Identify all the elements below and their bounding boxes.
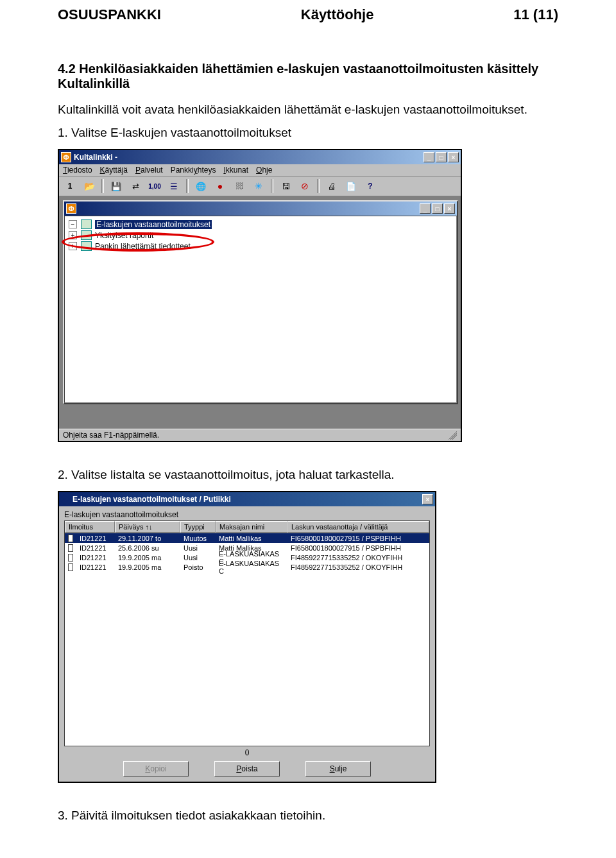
cell-payer: Matti Mallikas [216,535,287,542]
step-3: 3. Päivitä ilmoituksen tiedot asiakakkaa… [58,809,558,823]
col-tyyppi[interactable]: Tyyppi [180,521,216,533]
col-ilmoitus[interactable]: Ilmoitus [65,521,115,533]
close-button[interactable]: × [448,152,459,162]
expand-icon[interactable]: − [69,220,77,228]
cell-recipient: FI6580001800027915 / PSPBFIHH [287,544,429,552]
expand-icon[interactable]: + [69,231,77,239]
app-title: Kultalinkki - [74,153,424,162]
cell-type: Muutos [180,535,216,542]
cell-recipient: FI4859227715335252 / OKOYFIHH [287,554,429,562]
tree-item-elaskujen[interactable]: − E-laskujen vastaanottoilmoitukset [66,219,455,230]
org-name: OSUUSPANKKI [58,6,161,23]
titlebar: Φ Kultalinkki - _ □ × [59,150,461,164]
folder-icon [81,230,92,240]
col-vastaanottaja[interactable]: Laskun vastaanottaja / välittäjä [287,521,429,533]
folder-icon [81,219,92,229]
section-heading: 4.2 Henkilöasiakkaiden lähettämien e-las… [58,62,558,91]
maximize-button[interactable]: □ [436,152,447,162]
open-icon[interactable] [81,178,98,194]
print-icon[interactable] [323,178,340,194]
row-checkbox[interactable] [65,563,76,571]
transfer-icon[interactable] [127,178,144,194]
delete-button[interactable]: Poista [214,761,280,776]
col-maksaja[interactable]: Maksajan nimi [216,521,287,533]
menu-ohje[interactable]: Ohje [256,166,272,175]
cell-date: 19.9.2005 ma [115,563,180,571]
minimize-button[interactable]: _ [420,203,431,214]
dialog-icon [61,495,70,503]
menu-kayttaja[interactable]: Käyttäjä [100,166,128,175]
separator [271,179,273,193]
misc-icon[interactable] [231,178,248,194]
minimize-button[interactable]: _ [424,152,434,162]
step-1: 1. Valitse E-laskujen vastaanottoilmoitu… [58,126,558,140]
rate-icon[interactable] [146,178,163,194]
resize-grip-icon[interactable] [448,431,457,440]
col-paivays[interactable]: Päiväys ↑↓ [115,521,180,533]
disk-icon[interactable] [108,178,124,194]
tree-label: Pankin lähettämät tiedotteet [95,242,191,251]
folder-icon [81,241,92,251]
globe-icon[interactable] [193,178,209,194]
cell-date: 29.11.2007 to [115,535,180,542]
list-view: Ilmoitus Päiväys ↑↓ Tyyppi Maksajan nimi… [64,520,430,746]
cell-id: ID21221 [76,544,115,552]
status-bar: Ohjeita saa F1-näppäimellä. [59,429,461,441]
close-button[interactable]: × [422,494,433,504]
dialog-buttons: Kopioi Poista Sulje [59,759,435,782]
menu-pankkiyhteys[interactable]: Pankkiyhteys [171,166,216,175]
tree-label: E-laskujen vastaanottoilmoitukset [95,220,212,229]
cell-id: ID21221 [76,554,115,562]
separator [186,179,189,193]
vastaanottoilmoitukset-dialog: E-laskujen vastaanottoilmoitukset / Puti… [58,491,436,783]
page-number: 11 (11) [513,6,558,23]
menu-bar: Tiedosto Käyttäjä Palvelut Pankkiyhteys … [59,164,461,176]
toolbar: 1 [59,176,461,196]
tree-item-yksityiset[interactable]: + Yksityiset raportit [66,230,455,241]
menu-ikkunat[interactable]: Ikkunat [223,166,248,175]
copy-button[interactable]: Kopioi [123,761,189,776]
kultalinkki-main-window: Φ Kultalinkki - _ □ × Tiedosto Käyttäjä … [58,149,462,442]
cell-id: ID21221 [76,563,115,571]
menu-palvelut[interactable]: Palvelut [135,166,163,175]
separator [317,179,320,193]
cell-id: ID21221 [76,535,115,542]
cell-date: 25.6.2006 su [115,544,180,552]
snowflake-icon[interactable] [250,178,267,194]
toolbar-item-1[interactable]: 1 [62,178,78,194]
record-icon[interactable] [212,178,228,194]
cell-type: Poisto [180,563,216,571]
tree-label: Yksityiset raportit [95,231,153,240]
dialog-titlebar: E-laskujen vastaanottoilmoitukset / Puti… [59,492,435,506]
table-row[interactable]: ID2122129.11.2007 toMuutosMatti Mallikas… [65,533,429,543]
cell-recipient: FI6580001800027915 / PSPBFIHH [287,535,429,542]
expand-icon[interactable]: + [69,242,77,250]
stop-icon[interactable] [296,178,313,194]
step-2: 2. Valitse listalta se vastaanottoilmoit… [58,468,558,482]
app-icon: Φ [61,152,71,162]
row-checkbox[interactable] [65,554,76,562]
close-button[interactable]: × [444,203,455,214]
doc-header: OSUUSPANKKI Käyttöohje 11 (11) [58,6,558,23]
row-checkbox[interactable] [65,544,76,552]
count-value: 0 [59,746,435,759]
maximize-button[interactable]: □ [432,203,443,214]
separator [101,179,104,193]
row-checkbox[interactable] [65,535,76,542]
cell-type: Uusi [180,554,216,562]
tree-pane: − E-laskujen vastaanottoilmoitukset + Yk… [64,216,457,403]
cell-recipient: FI4859227715335252 / OKOYFIHH [287,563,429,571]
table-row[interactable]: ID2122119.9.2005 maPoistoE-LASKUASIAKAS … [65,562,429,572]
document-icon[interactable] [343,178,359,194]
tree-item-pankin[interactable]: + Pankin lähettämät tiedotteet [66,241,455,252]
close-button[interactable]: Sulje [305,761,371,776]
status-text: Ohjeita saa F1-näppäimellä. [63,431,159,440]
help-icon[interactable] [362,178,379,194]
cell-type: Uusi [180,544,216,552]
list-icon[interactable] [166,178,182,194]
menu-tiedosto[interactable]: Tiedosto [63,166,92,175]
app-icon: Φ [66,203,76,214]
column-headers: Ilmoitus Päiväys ↑↓ Tyyppi Maksajan nimi… [65,521,429,533]
save-icon[interactable] [277,178,294,194]
cell-date: 19.9.2005 ma [115,554,180,562]
